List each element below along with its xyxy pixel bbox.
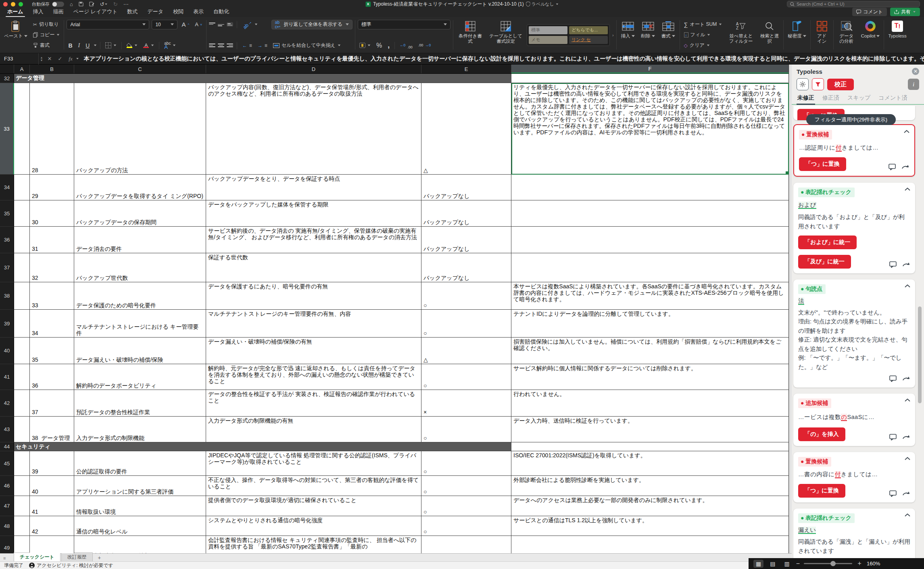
cell-A49[interactable] xyxy=(14,536,30,553)
format-painter-button[interactable]: 書式 xyxy=(31,41,62,50)
ribbon-tab-自動化[interactable]: 自動化 xyxy=(209,7,234,17)
cell-B33[interactable]: 28 xyxy=(30,83,74,175)
align-bottom-icon[interactable] xyxy=(227,22,233,27)
copy-button[interactable]: コピー xyxy=(31,31,62,40)
save-as-icon[interactable] xyxy=(89,2,94,6)
cell-F35[interactable] xyxy=(511,200,789,227)
row-header-41[interactable]: 41 xyxy=(0,364,14,390)
cell-E49[interactable] xyxy=(421,536,511,553)
share-button[interactable]: 共有 xyxy=(890,8,920,16)
cell-E35[interactable]: バックアップなし xyxy=(421,200,511,227)
sheet-vertical-scrollbar[interactable] xyxy=(789,65,792,553)
cell-A42[interactable] xyxy=(14,390,30,417)
wrap-text-button[interactable]: abc↩ 折り返して全体を表示する xyxy=(271,20,352,29)
cell-D33[interactable]: バックアップ内容(回数、復旧方法など)、データ保管場所/形式、利用者のデータへの… xyxy=(206,83,421,175)
row-header-37[interactable]: 37 xyxy=(0,253,14,282)
suggestion-action-button[interactable]: 「および」に統一 xyxy=(798,236,857,249)
cell-C33[interactable]: バックアップの方法 xyxy=(74,83,206,175)
align-top-icon[interactable] xyxy=(209,23,215,26)
cell-E46[interactable]: ○ xyxy=(421,476,511,496)
cell-E45[interactable]: ○ xyxy=(421,451,511,476)
cell-F48[interactable]: サービスとの通信はTLS 1.2以上を強制しています。 xyxy=(511,516,789,536)
zoom-slider[interactable] xyxy=(804,563,852,564)
cell-F32[interactable] xyxy=(511,74,789,83)
typoless-filter-button[interactable] xyxy=(812,78,824,90)
row-header-40[interactable]: 40 xyxy=(0,338,14,364)
font-size-select[interactable]: 10 xyxy=(152,20,177,29)
cell-A48[interactable] xyxy=(14,516,30,536)
redo-icon[interactable] xyxy=(902,434,910,440)
typoless-tab-修正済[interactable]: 修正済 xyxy=(822,94,839,104)
suggestion-action-button[interactable]: 「つ」に置換 xyxy=(799,157,846,171)
cut-button[interactable]: ✂切り取り xyxy=(31,20,62,29)
cell-D38[interactable]: データを保護するにあたり、暗号化要件の有無 xyxy=(206,282,421,310)
increase-indent-icon[interactable]: →≡ xyxy=(256,41,269,50)
decrease-indent-icon[interactable]: ←≡ xyxy=(241,41,254,50)
bold-button[interactable]: B xyxy=(67,41,74,50)
cell-C37[interactable]: バックアップ世代数 xyxy=(74,253,206,282)
cell-F41[interactable]: サービス解約時に個人情報に関係するデータについては削除されます。 xyxy=(511,364,789,390)
cell-E39[interactable]: ○ xyxy=(421,310,511,338)
page-break-view-icon[interactable]: ▥ xyxy=(782,560,792,568)
cell-C43[interactable]: 入力データ形式の制限機能 xyxy=(74,417,206,442)
cell-B47[interactable]: 41 xyxy=(30,496,74,516)
home-icon[interactable]: ⌂ xyxy=(70,2,73,7)
autosum-button[interactable]: ∑オート SUM xyxy=(682,20,724,29)
cell-F37[interactable] xyxy=(511,253,789,282)
cell-C41[interactable]: 解約時のデータポータビリティ xyxy=(74,364,206,390)
cell-D36[interactable]: サービス解約後の、データ消去の 実施有無/タイミング、保管媒体の破棄の実施有無/… xyxy=(206,227,421,253)
info-button[interactable]: i xyxy=(908,79,919,90)
cell-B35[interactable]: 30 xyxy=(30,200,74,227)
col-header-E[interactable]: E xyxy=(421,65,511,73)
cell-D43[interactable]: 入力データ形式の制限機能の有無 xyxy=(206,417,421,442)
cell-B46[interactable]: 40 xyxy=(30,476,74,496)
cell-D45[interactable]: JIPDECやJQA等で認定している情報 処理管理に関する公的認証(ISMS、プ… xyxy=(206,451,421,476)
collapse-chevron-icon[interactable] xyxy=(905,398,910,402)
comment-icon[interactable] xyxy=(889,434,897,440)
addins-button[interactable]: アドイン xyxy=(813,19,831,51)
find-select-button[interactable]: 検索と選択 xyxy=(758,19,781,51)
typoless-card-1[interactable]: ● 置換候補…認証周りに付きましては…「つ」に置換 xyxy=(793,124,915,177)
formula-bar-expand-icon[interactable] xyxy=(76,58,79,60)
ribbon-tab-挿入[interactable]: 挿入 xyxy=(28,7,48,17)
cell-F45[interactable]: ISO/IEC 27001:2022(ISMS認証)を取得しています。 xyxy=(511,451,789,476)
sensitivity-label-badge[interactable]: ラベルなし xyxy=(526,1,559,7)
cell-D49[interactable]: 会計監査報告書における情報セ キュリティ関連事項の監査時に、 担当者へ以下の資料… xyxy=(206,536,421,553)
row-header-44[interactable]: 44 xyxy=(0,442,14,451)
increase-decimal-icon[interactable]: ←0.00 xyxy=(398,41,414,50)
copilot-button[interactable]: Copilot xyxy=(859,19,882,51)
cell-C48[interactable]: 通信の暗号化レベル xyxy=(74,516,206,536)
row-header-48[interactable]: 48 xyxy=(0,516,14,536)
cell-C49[interactable]: 会計監査報告書における情報セキュリティ関 xyxy=(74,536,206,553)
collapse-chevron-icon[interactable] xyxy=(905,284,910,288)
delete-cells-button[interactable]: 削除 xyxy=(639,19,657,51)
suggestion-action-button[interactable]: 「及び」に統一 xyxy=(798,255,851,269)
row-header-36[interactable]: 36 xyxy=(0,227,14,253)
add-sheet-button[interactable]: ＋ xyxy=(94,554,105,561)
panel-close-icon[interactable]: ✕ xyxy=(912,68,919,75)
cell-A45[interactable] xyxy=(14,451,30,476)
collapse-chevron-icon[interactable] xyxy=(904,130,909,133)
italic-button[interactable]: I xyxy=(77,41,82,50)
typoless-card-3[interactable]: ● 句読点法文末が"。"で終わっていません。理由: 句点は文の境界を明確にし、読… xyxy=(793,279,915,388)
align-center-icon[interactable] xyxy=(218,44,224,47)
sheet-tab-改訂履歴[interactable]: 改訂履歴 xyxy=(61,552,93,561)
sheet-tab-チェックシート[interactable]: チェックシート xyxy=(14,552,60,561)
redo-icon[interactable]: ↻ xyxy=(113,2,118,7)
typoless-card-2[interactable]: ● 表記揺れチェックおよび同義語である「および」と「及び」が利用されています「お… xyxy=(793,183,915,273)
proofread-button[interactable]: 校正 xyxy=(827,79,854,90)
cell-E43[interactable]: ○ xyxy=(421,417,511,442)
cell-style-normal[interactable]: 標準 xyxy=(529,26,567,34)
close-window-icon[interactable] xyxy=(3,2,8,6)
align-middle-icon[interactable] xyxy=(218,23,224,26)
cell-B49[interactable] xyxy=(30,536,74,553)
fill-button[interactable]: ↓フィル xyxy=(682,31,724,40)
row-header-35[interactable]: 35 xyxy=(0,200,14,227)
orientation-button[interactable]: ab→ xyxy=(241,20,259,29)
insert-cells-button[interactable]: 挿入 xyxy=(619,19,637,51)
cell-F39[interactable]: テナントIDによりデータを論理的に分離して管理しています。 xyxy=(511,310,789,338)
cell-B38[interactable]: 33 xyxy=(30,282,74,310)
cell-A43[interactable] xyxy=(14,417,30,442)
cell-E41[interactable]: ○ xyxy=(421,364,511,390)
cell-A40[interactable] xyxy=(14,338,30,364)
